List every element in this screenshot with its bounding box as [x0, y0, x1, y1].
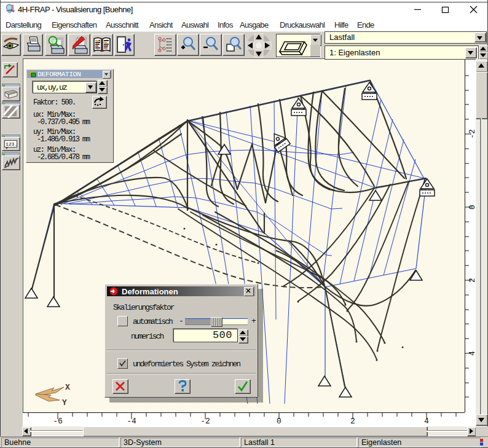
svg-text:0: 0 [277, 417, 281, 426]
svg-text:X: X [65, 383, 70, 392]
svg-text:-6: -6 [53, 417, 63, 426]
svg-text:-2: -2 [468, 129, 476, 139]
svg-text:-2: -2 [200, 417, 210, 426]
svg-text:4: 4 [468, 351, 476, 356]
svg-text:2: 2 [350, 417, 355, 426]
svg-text:123.: 123. [6, 141, 17, 147]
svg-text:4: 4 [424, 417, 429, 426]
svg-text:2: 2 [468, 278, 476, 283]
svg-text:-4: -4 [127, 417, 136, 426]
svg-text:Y: Y [62, 398, 67, 407]
svg-text:0: 0 [468, 205, 476, 210]
